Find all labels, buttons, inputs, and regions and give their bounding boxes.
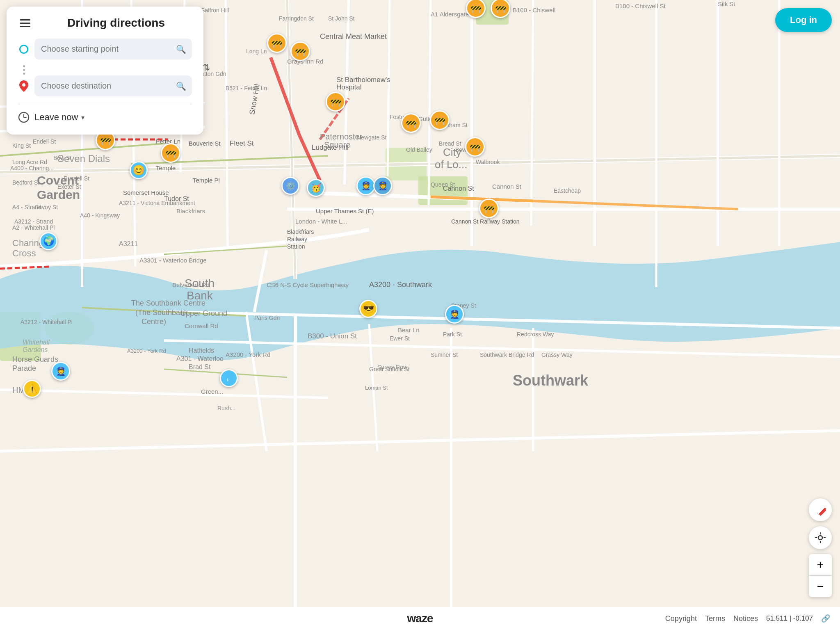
svg-text:Cannon St: Cannon St (492, 183, 522, 190)
svg-text:St Bartholomew's: St Bartholomew's (336, 76, 390, 84)
origin-input[interactable] (34, 39, 192, 59)
copyright-label: Copyright (665, 614, 697, 623)
svg-text:Gresham St: Gresham St (437, 122, 468, 128)
login-button[interactable]: Log in (775, 8, 832, 32)
svg-text:A3200 - York Rd: A3200 - York Rd (226, 351, 270, 358)
svg-text:A3211 - Victoria Embankment: A3211 - Victoria Embankment (119, 200, 195, 206)
svg-text:A3212 - Whitehall Pl: A3212 - Whitehall Pl (21, 319, 73, 325)
destination-input[interactable] (34, 75, 192, 96)
svg-text:Bear Ln: Bear Ln (398, 326, 420, 333)
destination-icon (18, 80, 30, 92)
svg-text:B521 - Fetter Ln: B521 - Fetter Ln (226, 85, 267, 91)
svg-point-170 (818, 536, 822, 540)
svg-rect-2 (476, 0, 509, 25)
svg-text:Ewer St: Ewer St (390, 335, 410, 342)
svg-rect-167 (819, 507, 826, 516)
svg-text:Park St: Park St (443, 331, 462, 338)
leave-now-label: Leave now (34, 112, 78, 123)
svg-text:St John St: St John St (328, 15, 355, 22)
svg-text:Cornwall Rd: Cornwall Rd (185, 322, 218, 329)
svg-text:CS6 N-S Cycle Superhighway: CS6 N-S Cycle Superhighway (267, 281, 349, 288)
svg-text:Russell St: Russell St (64, 175, 89, 182)
svg-text:Gardens: Gardens (23, 346, 48, 353)
svg-text:Endell St: Endell St (33, 138, 56, 145)
svg-text:Silk St: Silk St (718, 0, 735, 7)
link-icon[interactable]: 🔗 (821, 614, 830, 623)
svg-text:Parade: Parade (12, 364, 36, 372)
svg-text:Temple: Temple (156, 164, 176, 171)
svg-text:Grays Inn Rd: Grays Inn Rd (287, 58, 323, 65)
svg-text:King St: King St (12, 142, 31, 149)
svg-text:Bow St: Bow St (53, 155, 71, 161)
svg-text:Gutter Ln: Gutter Ln (418, 116, 442, 122)
svg-text:Newgate St: Newgate St (357, 134, 386, 141)
svg-text:Square: Square (324, 140, 351, 149)
svg-text:B300 - Union St: B300 - Union St (308, 332, 357, 340)
svg-text:Southwark Bridge Rd: Southwark Bridge Rd (480, 352, 534, 358)
pencil-icon (815, 504, 826, 516)
svg-text:A400 - Charing...: A400 - Charing... (10, 165, 54, 171)
notices-link[interactable]: Notices (733, 614, 758, 623)
swap-button[interactable]: ⇅ (199, 59, 213, 76)
destination-row: 🔍 (18, 75, 192, 96)
driving-panel: Driving directions 🔍 ⇅ (7, 7, 203, 135)
svg-text:Bow Ln: Bow Ln (455, 146, 475, 153)
svg-text:Fetter Ln: Fetter Ln (156, 138, 180, 145)
divider (18, 104, 192, 104)
leave-now-button[interactable]: Leave now ▾ (34, 112, 84, 123)
svg-text:Foster Ln: Foster Ln (390, 114, 414, 120)
svg-text:Walbrook: Walbrook (476, 159, 500, 165)
svg-text:Upper Thames St (E): Upper Thames St (E) (316, 208, 374, 215)
hamburger-button[interactable] (18, 18, 32, 29)
svg-text:Hatfields: Hatfields (189, 347, 214, 354)
svg-text:A2 - Whitehall Pl: A2 - Whitehall Pl (12, 224, 55, 231)
svg-text:Old Bailey: Old Bailey (406, 146, 432, 153)
svg-text:London - White L...: London - White L... (295, 218, 347, 225)
svg-text:Green...: Green... (201, 388, 223, 395)
svg-text:Cross: Cross (12, 248, 36, 258)
connector-row (18, 64, 192, 75)
svg-text:Upper Ground: Upper Ground (180, 309, 227, 317)
svg-text:B100 - Chiswell St: B100 - Chiswell St (615, 2, 666, 9)
svg-text:A3301 - Waterloo Bridge: A3301 - Waterloo Bridge (139, 257, 207, 264)
svg-text:South: South (185, 277, 215, 290)
svg-text:Fleet St: Fleet St (230, 139, 254, 147)
svg-text:Loman St: Loman St (365, 385, 388, 391)
svg-text:Stoney St: Stoney St (451, 302, 476, 309)
terms-link[interactable]: Terms (705, 614, 725, 623)
svg-text:Charing: Charing (12, 238, 44, 248)
waze-logo: waze (407, 612, 433, 625)
svg-text:Blackfriars: Blackfriars (287, 228, 314, 235)
svg-rect-168 (815, 509, 819, 513)
destination-search-icon: 🔍 (176, 81, 186, 91)
route-connector (18, 64, 30, 75)
inputs-section: 🔍 ⇅ (18, 39, 192, 96)
report-button[interactable] (809, 498, 832, 521)
svg-text:B100 - Chiswell: B100 - Chiswell (513, 7, 555, 14)
locate-icon (815, 532, 826, 543)
svg-text:Paternoster: Paternoster (320, 132, 363, 141)
svg-text:Bouverie St: Bouverie St (189, 140, 221, 147)
zoom-in-button[interactable]: + (809, 554, 832, 575)
svg-text:Centre): Centre) (142, 317, 166, 326)
svg-text:Bedford St: Bedford St (12, 179, 39, 186)
svg-text:Blackfriars: Blackfriars (176, 208, 205, 215)
zoom-out-button[interactable]: − (809, 576, 832, 597)
svg-text:Long Acre Rd: Long Acre Rd (12, 159, 47, 165)
svg-text:A3200 - York Rd: A3200 - York Rd (127, 348, 166, 354)
svg-text:Horse Guards: Horse Guards (12, 355, 58, 363)
svg-text:A3212 - Strand: A3212 - Strand (14, 218, 53, 225)
svg-text:Farringdon St: Farringdon St (279, 15, 314, 22)
chevron-down-icon: ▾ (81, 114, 84, 121)
svg-text:Cannon St Railway Station: Cannon St Railway Station (451, 218, 520, 225)
svg-text:Grassy Way: Grassy Way (541, 352, 573, 358)
locate-button[interactable] (809, 526, 832, 549)
svg-text:Central Meat Market: Central Meat Market (320, 32, 387, 41)
origin-row: 🔍 ⇅ (18, 39, 192, 59)
coordinates-display: 51.511 | -0.107 (766, 614, 813, 623)
svg-text:Queen St: Queen St (431, 181, 455, 188)
svg-text:Southwark: Southwark (513, 372, 589, 389)
origin-field-wrapper: 🔍 (34, 39, 192, 59)
svg-text:Paris Gdn: Paris Gdn (254, 315, 280, 321)
bottom-bar: waze Copyright Terms Notices 51.511 | -0… (0, 607, 840, 630)
